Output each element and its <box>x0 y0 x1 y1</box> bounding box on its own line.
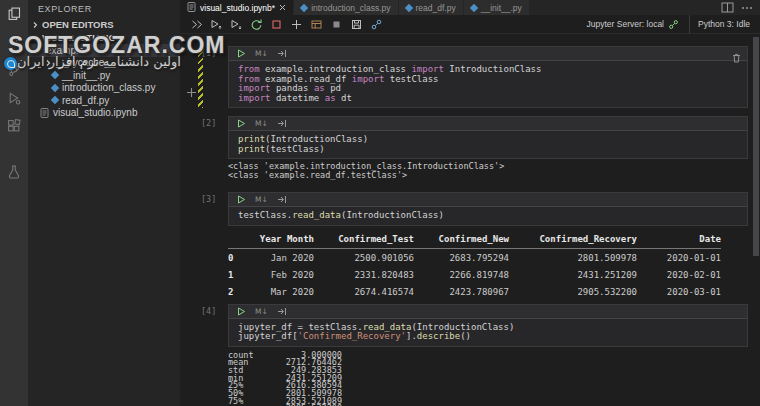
notebook-cell: [1] M↓ from example.introduction_class i… <box>228 46 748 108</box>
code-line: jupyter_df['Confirmed_Recovery'].describ… <box>238 332 747 342</box>
cell-code[interactable]: print(IntroductionClass) print(testClass… <box>228 130 748 159</box>
execution-count: [3] <box>201 194 216 204</box>
tree-item-label: example <box>46 45 84 56</box>
tabbar-actions <box>721 0 760 15</box>
tab-visual-studio-ipynb[interactable]: visual_studio.ipynb* <box>180 0 294 15</box>
cell-toolbar: M↓ <box>228 192 748 206</box>
sidebar-title: EXPLORER <box>28 0 180 18</box>
tab-init-py[interactable]: __init__.py <box>464 0 530 15</box>
tree-item-example[interactable]: example <box>28 44 180 57</box>
cell-code[interactable]: testClass.read_data(IntroductionClass) <box>228 206 748 226</box>
divider <box>689 15 690 34</box>
workspace-root-label: VISUAL-STUDIO <box>42 32 116 43</box>
search-icon[interactable] <box>0 28 28 56</box>
table-row: 1 Feb 2020 2331.820483 2266.819748 2431.… <box>228 266 721 283</box>
toolbar-status: Jupyter Server: local Python 3: Idle <box>583 15 760 34</box>
tab-bar: visual_studio.ipynb* introduction_class.… <box>180 0 760 15</box>
variable-explorer-icon[interactable] <box>306 16 326 32</box>
restart-kernel-icon[interactable] <box>246 16 266 32</box>
goto-cell-icon[interactable] <box>277 307 287 316</box>
run-cell-and-below-icon[interactable] <box>226 16 246 32</box>
tab-introduction-class-py[interactable]: introduction_class.py <box>294 0 398 15</box>
table-header-row: Year Month Confirmed_Test Confirmed_New … <box>228 232 721 249</box>
convert-to-markdown-button[interactable]: M↓ <box>255 195 268 204</box>
execution-count: [2] <box>201 118 216 128</box>
goto-cell-icon[interactable] <box>277 49 287 58</box>
tree-item-visual-studio-ipynb[interactable]: visual_studio.ipynb <box>28 107 180 120</box>
convert-to-markdown-button[interactable]: M↓ <box>255 49 268 58</box>
explorer-icon[interactable] <box>0 0 28 28</box>
python-file-icon <box>404 3 412 11</box>
run-cells-above-icon[interactable] <box>206 16 226 32</box>
notebook-cell: [2] M↓ print(IntroductionClass) print(te… <box>228 116 748 180</box>
tree-item-read-df-py[interactable]: read_df.py <box>28 94 180 107</box>
convert-to-markdown-button[interactable]: M↓ <box>255 307 268 316</box>
run-all-cells-icon[interactable] <box>186 16 206 32</box>
link-icon <box>668 19 679 30</box>
table-row: 0 Jan 2020 2500.901056 2683.795294 2801.… <box>228 248 721 266</box>
cell-code[interactable]: jupyter_df = testClass.read_data(Introdu… <box>228 318 748 347</box>
python-file-icon <box>469 3 477 11</box>
tree-item-label: introduction_class.py <box>62 82 155 93</box>
notebook: [1] M↓ from example.introduction_class i… <box>180 34 760 406</box>
open-editors-section[interactable]: OPEN EDITORS <box>28 18 180 31</box>
jupyter-server-status[interactable]: Jupyter Server: local <box>583 19 668 29</box>
scm-notification-badge <box>4 57 17 70</box>
cell-code[interactable]: from example.introduction_class import I… <box>228 60 748 108</box>
code-line: print(testClass) <box>238 145 747 155</box>
column-header: Year Month <box>244 232 314 249</box>
notebook-file-icon <box>187 2 196 14</box>
connect-server-icon[interactable] <box>366 16 386 32</box>
tree-item-init-py[interactable]: __init__.py <box>28 69 180 82</box>
save-notebook-icon[interactable] <box>346 16 366 32</box>
tree-item-pycache[interactable]: __pycache__ <box>28 57 180 70</box>
tab-label: visual_studio.ipynb* <box>200 3 275 13</box>
goto-cell-icon[interactable] <box>277 119 287 128</box>
tab-label: read_df.py <box>416 3 456 13</box>
goto-cell-icon[interactable] <box>277 195 287 204</box>
chevron-right-icon <box>44 59 52 67</box>
tab-label: __init__.py <box>481 3 522 13</box>
column-header: Confirmed_New <box>414 232 509 249</box>
cell-toolbar: M↓ <box>228 116 748 130</box>
column-header: Confirmed_Recovery <box>509 232 637 249</box>
python-file-icon <box>51 71 59 79</box>
run-cell-icon[interactable] <box>237 49 246 58</box>
extensions-icon[interactable] <box>0 112 28 140</box>
execution-count: [4] <box>201 306 216 316</box>
cell-toolbar: M↓ <box>228 304 748 318</box>
add-cell-icon[interactable] <box>286 16 306 32</box>
run-cell-icon[interactable] <box>237 195 246 204</box>
delete-cell-icon[interactable] <box>732 49 741 67</box>
chevron-down-icon <box>34 46 42 54</box>
interrupt-kernel-icon[interactable] <box>266 16 286 32</box>
chevron-right-icon <box>31 21 39 29</box>
table-row: 2 Mar 2020 2674.416574 2423.780967 2905.… <box>228 283 721 300</box>
more-actions-icon[interactable] <box>742 7 752 9</box>
collapse-output-icon[interactable] <box>326 16 346 32</box>
tab-read-df-py[interactable]: read_df.py <box>399 0 464 15</box>
open-editors-label: OPEN EDITORS <box>42 19 114 30</box>
code-line: testClass.read_data(IntroductionClass) <box>238 211 747 221</box>
test-beaker-icon[interactable] <box>0 158 28 186</box>
output-line: <class 'example.read_df.testClass'> <box>228 171 748 180</box>
split-editor-icon[interactable] <box>721 2 734 13</box>
editor-area: visual_studio.ipynb* introduction_class.… <box>180 0 760 406</box>
column-header <box>228 232 244 249</box>
run-cell-icon[interactable] <box>237 119 246 128</box>
vscode-window: EXPLORER OPEN EDITORS VISUAL-STUDIO exam… <box>0 0 760 406</box>
notebook-cell: [4] M↓ jupyter_df = testClass.read_data(… <box>228 304 748 406</box>
tree-item-label: __init__.py <box>62 70 110 81</box>
add-cell-button[interactable] <box>185 86 197 98</box>
run-cell-icon[interactable] <box>237 307 246 316</box>
close-icon[interactable] <box>279 4 286 11</box>
convert-to-markdown-button[interactable]: M↓ <box>255 119 268 128</box>
workspace-root[interactable]: VISUAL-STUDIO <box>28 31 180 44</box>
chevron-down-icon <box>31 34 39 42</box>
tree-item-introduction-class-py[interactable]: introduction_class.py <box>28 82 180 95</box>
editor-scrollbar[interactable] <box>753 37 759 256</box>
notebook-cell: [3] M↓ testClass.read_data(IntroductionC… <box>228 192 748 300</box>
run-debug-icon[interactable] <box>0 84 28 112</box>
python-file-icon <box>51 84 59 92</box>
kernel-status[interactable]: Python 3: Idle <box>694 19 754 29</box>
